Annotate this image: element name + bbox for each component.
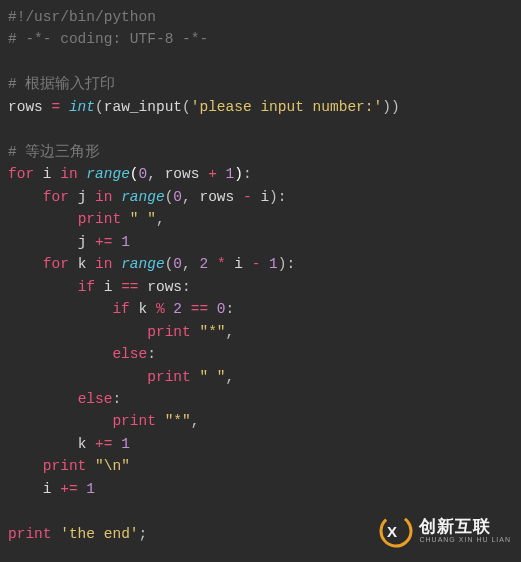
kw-if: if xyxy=(78,279,95,295)
logo-icon: X xyxy=(379,514,413,548)
op-eqeq: == xyxy=(191,301,208,317)
op-pluseq: += xyxy=(95,436,112,452)
comment-input: # 根据输入打印 xyxy=(8,76,115,92)
builtin-int: int xyxy=(69,99,95,115)
string-space: " " xyxy=(199,369,225,385)
var-k: k xyxy=(78,436,87,452)
var-i: i xyxy=(260,189,269,205)
kw-for: for xyxy=(43,256,69,272)
num-zero: 0 xyxy=(217,301,226,317)
kw-in: in xyxy=(95,256,112,272)
string-the-end: 'the end' xyxy=(60,526,138,542)
op-assign: = xyxy=(52,99,61,115)
op-pluseq: += xyxy=(95,234,112,250)
kw-if: if xyxy=(112,301,129,317)
builtin-range: range xyxy=(121,256,165,272)
num-one: 1 xyxy=(86,481,95,497)
num-two: 2 xyxy=(173,301,182,317)
string-star: "*" xyxy=(165,413,191,429)
num-zero: 0 xyxy=(173,189,182,205)
var-j: j xyxy=(78,234,87,250)
op-eqeq: == xyxy=(121,279,138,295)
num-one: 1 xyxy=(121,234,130,250)
builtin-range: range xyxy=(86,166,130,182)
kw-else: else xyxy=(78,391,113,407)
var-i: i xyxy=(43,481,52,497)
semicolon: ; xyxy=(139,526,148,542)
var-i: i xyxy=(43,166,52,182)
kw-print: print xyxy=(112,413,156,429)
op-star: * xyxy=(217,256,226,272)
kw-else: else xyxy=(112,346,147,362)
var-rows: rows xyxy=(147,279,182,295)
op-minus: - xyxy=(243,189,252,205)
kw-print: print xyxy=(147,369,191,385)
num-one: 1 xyxy=(121,436,130,452)
var-j: j xyxy=(78,189,87,205)
kw-print: print xyxy=(43,458,87,474)
var-k: k xyxy=(78,256,87,272)
op-minus: - xyxy=(252,256,261,272)
kw-for: for xyxy=(8,166,34,182)
kw-for: for xyxy=(43,189,69,205)
kw-print: print xyxy=(8,526,52,542)
num-zero: 0 xyxy=(173,256,182,272)
var-rows: rows xyxy=(165,166,200,182)
coding-line: # -*- coding: UTF-8 -*- xyxy=(8,31,208,47)
shebang-line: #!/usr/bin/python xyxy=(8,9,156,25)
op-mod: % xyxy=(156,301,165,317)
num-two: 2 xyxy=(199,256,208,272)
kw-print: print xyxy=(78,211,122,227)
string-star: "*" xyxy=(199,324,225,340)
string-prompt: 'please input number:' xyxy=(191,99,382,115)
num-zero: 0 xyxy=(139,166,148,182)
kw-in: in xyxy=(60,166,77,182)
kw-print: print xyxy=(147,324,191,340)
op-plus: + xyxy=(208,166,217,182)
var-i: i xyxy=(234,256,243,272)
code-block: #!/usr/bin/python # -*- coding: UTF-8 -*… xyxy=(0,0,521,551)
logo-text-cn: 创新互联 xyxy=(419,518,511,536)
string-space: " " xyxy=(130,211,156,227)
var-rows: rows xyxy=(8,99,43,115)
watermark-logo: X 创新互联 CHUANG XIN HU LIAN xyxy=(379,514,511,548)
builtin-raw-input: raw_input xyxy=(104,99,182,115)
logo-text-en: CHUANG XIN HU LIAN xyxy=(419,536,511,543)
num-one: 1 xyxy=(269,256,278,272)
comment-triangle: # 等边三角形 xyxy=(8,144,100,160)
var-rows: rows xyxy=(199,189,234,205)
svg-text:X: X xyxy=(387,523,397,540)
var-k: k xyxy=(139,301,148,317)
num-one: 1 xyxy=(226,166,235,182)
string-newline: "\n" xyxy=(95,458,130,474)
builtin-range: range xyxy=(121,189,165,205)
kw-in: in xyxy=(95,189,112,205)
op-pluseq: += xyxy=(60,481,77,497)
var-i: i xyxy=(104,279,113,295)
